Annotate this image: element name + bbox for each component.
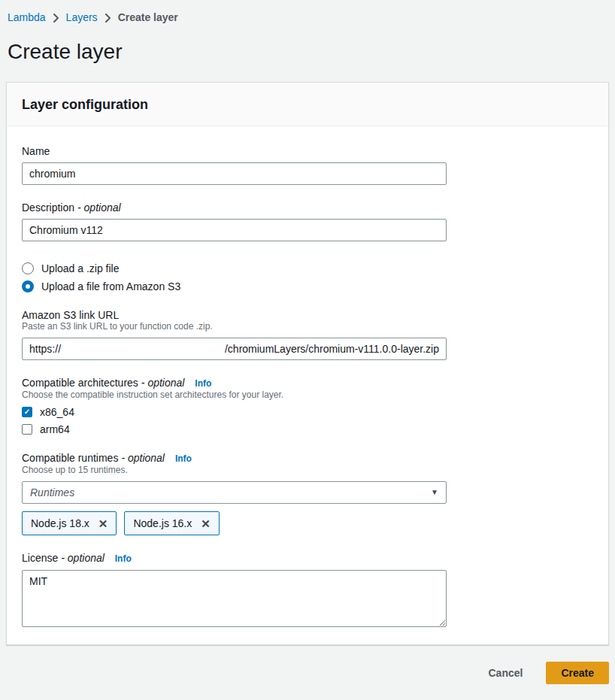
panel-body: Name Description- optional Upload a .zip… [7, 126, 608, 644]
runtimes-select[interactable]: Runtimes ▼ [22, 481, 447, 504]
breadcrumb: Lambda Layers Create layer [6, 0, 609, 25]
s3-url-input[interactable]: https:// /chromiumLayers/chromium-v111.0… [22, 338, 447, 360]
panel-title: Layer configuration [22, 96, 593, 113]
s3-url-prefix: https:// [29, 343, 61, 355]
architectures-helper: Choose the compatible instruction set ar… [22, 389, 593, 401]
close-icon[interactable]: ✕ [98, 518, 108, 529]
runtimes-optional-text: - optional [121, 452, 165, 464]
breadcrumb-link-lambda[interactable]: Lambda [8, 10, 46, 25]
architectures-optional-text: - optional [141, 377, 185, 389]
description-label-text: Description [22, 202, 74, 214]
radio-upload-zip-label: Upload a .zip file [41, 262, 120, 274]
runtimes-label: Compatible runtimes- optional Info [22, 452, 593, 465]
s3-url-helper: Paste an S3 link URL to your function co… [22, 321, 593, 332]
runtime-token-label: Node.js 18.x [31, 517, 89, 529]
license-label-text: License [22, 552, 58, 564]
runtime-token-nodejs16: Node.js 16.x ✕ [124, 511, 219, 535]
footer-actions: Cancel Create [6, 662, 609, 684]
radio-upload-s3-label: Upload a file from Amazon S3 [41, 280, 180, 292]
runtime-token-label: Node.js 16.x [133, 517, 192, 529]
chevron-right-icon [53, 14, 59, 23]
name-field-group: Name [22, 145, 593, 185]
s3-url-suffix: /chromiumLayers/chromium-v111.0.0-layer.… [225, 343, 439, 355]
checkbox-checked-icon[interactable]: ✓ [22, 407, 32, 417]
checkbox-x86-64[interactable]: ✓ x86_64 [22, 406, 593, 418]
runtimes-label-text: Compatible runtimes [22, 452, 118, 464]
create-button[interactable]: Create [546, 662, 609, 684]
check-icon: ✓ [24, 408, 30, 416]
radio-icon[interactable] [22, 262, 34, 274]
architectures-label-text: Compatible architectures [22, 377, 138, 389]
name-label: Name [22, 145, 593, 158]
architectures-field-group: Compatible architectures- optional Info … [22, 377, 593, 435]
s3-url-field-group: Amazon S3 link URL Paste an S3 link URL … [22, 309, 593, 360]
license-label: License- optional Info [22, 552, 593, 565]
description-field-group: Description- optional [22, 202, 593, 241]
radio-upload-s3[interactable]: Upload a file from Amazon S3 [22, 280, 593, 292]
radio-selected-icon[interactable] [22, 280, 34, 292]
name-input[interactable] [22, 162, 447, 185]
name-label-text: Name [22, 145, 50, 157]
runtime-token-nodejs18: Node.js 18.x ✕ [22, 511, 117, 535]
caret-down-icon: ▼ [431, 489, 438, 496]
architectures-info-link[interactable]: Info [195, 378, 211, 389]
breadcrumb-link-layers[interactable]: Layers [66, 10, 98, 25]
runtimes-info-link[interactable]: Info [175, 453, 192, 464]
breadcrumb-current: Create layer [118, 10, 178, 25]
panel-header: Layer configuration [7, 83, 608, 126]
page-title: Create layer [6, 37, 609, 67]
cancel-button[interactable]: Cancel [488, 667, 523, 679]
checkbox-unchecked-icon[interactable] [22, 424, 32, 435]
chevron-right-icon [105, 14, 111, 23]
radio-upload-zip[interactable]: Upload a .zip file [22, 262, 593, 274]
layer-configuration-panel: Layer configuration Name Description- op… [6, 82, 609, 645]
license-optional-text: - optional [61, 552, 105, 564]
runtime-tokens: Node.js 18.x ✕ Node.js 16.x ✕ [22, 511, 593, 535]
license-info-link[interactable]: Info [115, 553, 132, 564]
architectures-label: Compatible architectures- optional Info [22, 377, 593, 390]
description-label: Description- optional [22, 202, 593, 214]
runtimes-field-group: Compatible runtimes- optional Info Choos… [22, 452, 593, 535]
license-textarea[interactable]: MIT [22, 570, 447, 627]
runtimes-select-placeholder: Runtimes [30, 486, 74, 498]
checkbox-x86-64-label: x86_64 [40, 406, 74, 418]
license-field-group: License- optional Info MIT [22, 552, 593, 627]
description-input[interactable] [22, 219, 447, 241]
checkbox-arm64[interactable]: arm64 [22, 423, 593, 435]
description-optional-text: - optional [77, 202, 121, 214]
close-icon[interactable]: ✕ [201, 518, 211, 529]
s3-url-label-text: Amazon S3 link URL [22, 309, 119, 321]
page: Lambda Layers Create layer Create layer … [0, 0, 615, 684]
checkbox-arm64-label: arm64 [40, 423, 70, 435]
s3-url-label: Amazon S3 link URL [22, 309, 593, 322]
runtimes-helper: Choose up to 15 runtimes. [22, 465, 593, 476]
upload-method-radio-group: Upload a .zip file Upload a file from Am… [22, 262, 593, 292]
